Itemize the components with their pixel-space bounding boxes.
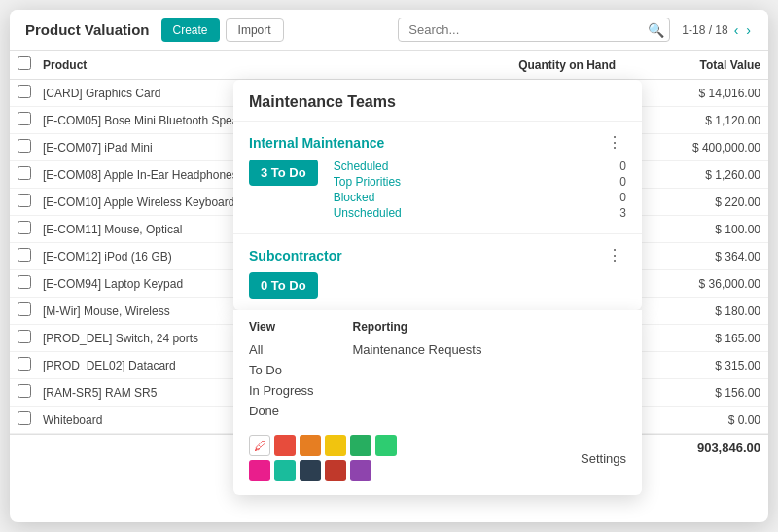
view-item-all[interactable]: All: [249, 339, 313, 360]
internal-todo-badge[interactable]: 3 To Do: [249, 160, 318, 186]
col-total: Total Value: [623, 51, 768, 80]
pagination: 1-18 / 18 ‹ ›: [682, 22, 753, 38]
internal-team-stats: Scheduled 0 Top Priorities 0 Blocked 0: [334, 160, 626, 222]
row-total: $ 100.00: [623, 216, 768, 243]
table-area: Product Quantity on Hand Total Value [CA…: [10, 51, 768, 522]
color-swatch[interactable]: [300, 460, 321, 481]
row-total: $ 220.00: [623, 189, 768, 216]
pagination-text: 1-18 / 18: [682, 23, 727, 37]
color-swatch[interactable]: [274, 435, 296, 456]
create-button[interactable]: Create: [161, 18, 220, 42]
search-wrap: 🔍: [398, 18, 670, 42]
dropdown-reporting-col: Reporting Maintenance Requests: [352, 320, 481, 421]
subcontractor-team-menu-button[interactable]: ⋮: [603, 246, 626, 265]
select-all-checkbox[interactable]: [18, 56, 31, 70]
dropdown-view-col: View All To Do In Progress Done: [249, 320, 313, 421]
col-product: Product: [35, 51, 429, 80]
import-button[interactable]: Import: [226, 18, 284, 42]
row-total: $ 315.00: [623, 352, 768, 379]
dropdown-columns: View All To Do In Progress Done Reportin…: [249, 320, 626, 421]
subcontractor-team-name[interactable]: Subcontractor: [249, 248, 342, 264]
row-checkbox[interactable]: [18, 384, 31, 398]
footer-total-value: 903,846.00: [663, 441, 760, 455]
row-total: $ 0.00: [623, 407, 768, 434]
search-icon-button[interactable]: 🔍: [648, 22, 664, 38]
stat-scheduled-label[interactable]: Scheduled: [334, 160, 389, 173]
col-quantity: Quantity on Hand: [429, 51, 624, 80]
stat-unscheduled-label[interactable]: Unscheduled: [334, 206, 402, 220]
row-total: $ 156.00: [623, 379, 768, 407]
stat-blocked: Blocked 0: [334, 191, 626, 204]
color-row-2: [249, 460, 397, 481]
row-checkbox[interactable]: [18, 411, 31, 425]
color-swatch[interactable]: [325, 435, 346, 456]
row-checkbox[interactable]: [18, 85, 31, 98]
row-checkbox[interactable]: [18, 275, 31, 289]
dropdown-bottom-row: 🖊 Settings: [249, 435, 626, 481]
internal-team-name[interactable]: Internal Maintenance: [249, 135, 384, 151]
subcontractor-card: Subcontractor ⋮ 0 To Do View All To Do: [233, 234, 642, 310]
stat-toppriorities-label[interactable]: Top Priorities: [334, 175, 401, 189]
color-swatch[interactable]: [325, 460, 346, 481]
settings-label[interactable]: Settings: [581, 451, 626, 466]
row-total: $ 1,260.00: [623, 161, 768, 189]
search-input[interactable]: [398, 18, 670, 42]
row-checkbox[interactable]: [18, 112, 31, 125]
row-checkbox[interactable]: [18, 357, 31, 371]
internal-team-body: 3 To Do Scheduled 0 Top Priorities 0: [249, 160, 626, 222]
maintenance-panel-title: Maintenance Teams: [233, 80, 642, 122]
stat-top-priorities: Top Priorities 0: [334, 175, 626, 189]
row-checkbox[interactable]: [18, 302, 31, 316]
overlay-container: Maintenance Teams Internal Maintenance ⋮…: [233, 80, 642, 310]
row-checkbox[interactable]: [18, 166, 31, 180]
reporting-item-requests[interactable]: Maintenance Requests: [352, 339, 481, 360]
prev-page-button[interactable]: ‹: [732, 22, 741, 38]
next-page-button[interactable]: ›: [744, 22, 753, 38]
stat-unscheduled: Unscheduled 3: [334, 206, 626, 220]
color-swatch[interactable]: [300, 435, 321, 456]
row-checkbox[interactable]: [18, 194, 31, 207]
team-card-header-sub: Subcontractor ⋮: [249, 246, 626, 265]
stat-blocked-value: 0: [619, 191, 626, 204]
dropdown-reporting-title: Reporting: [352, 320, 481, 334]
stat-unscheduled-value: 3: [619, 206, 626, 220]
color-palette: 🖊: [249, 435, 397, 481]
row-checkbox[interactable]: [18, 248, 31, 262]
app-header: Product Valuation Create Import 🔍 1-18 /…: [10, 10, 768, 51]
view-item-inprogress[interactable]: In Progress: [249, 380, 313, 401]
stat-blocked-label[interactable]: Blocked: [334, 191, 375, 204]
row-total: $ 1,120.00: [623, 107, 768, 134]
subcontractor-todo-badge[interactable]: 0 To Do: [249, 272, 318, 299]
color-swatch[interactable]: [375, 435, 397, 456]
app-window: Product Valuation Create Import 🔍 1-18 /…: [10, 10, 768, 522]
header-actions: Create Import: [161, 18, 284, 42]
row-total: $ 36,000.00: [623, 270, 768, 298]
team-card-header-internal: Internal Maintenance ⋮: [249, 133, 626, 152]
row-total: $ 400,000.00: [623, 134, 768, 161]
stat-toppriorities-value: 0: [619, 175, 626, 189]
row-total: $ 364.00: [623, 243, 768, 270]
stat-scheduled-value: 0: [619, 160, 626, 173]
color-swatch[interactable]: [274, 460, 296, 481]
search-bar: 🔍: [296, 18, 671, 42]
internal-maintenance-card: Internal Maintenance ⋮ 3 To Do Scheduled…: [233, 122, 642, 234]
stat-scheduled: Scheduled 0: [334, 160, 626, 173]
page-title: Product Valuation: [25, 21, 150, 38]
row-checkbox[interactable]: [18, 221, 31, 234]
view-item-todo[interactable]: To Do: [249, 360, 313, 380]
row-total: $ 180.00: [623, 298, 768, 325]
row-checkbox[interactable]: [18, 330, 31, 343]
internal-team-menu-button[interactable]: ⋮: [603, 133, 626, 152]
color-swatch[interactable]: [350, 460, 371, 481]
row-total: $ 165.00: [623, 325, 768, 352]
color-row-1: 🖊: [249, 435, 397, 456]
color-swatch[interactable]: [249, 460, 270, 481]
subcontractor-team-body: 0 To Do: [249, 272, 626, 299]
row-checkbox[interactable]: [18, 139, 31, 153]
view-item-done[interactable]: Done: [249, 401, 313, 421]
dropdown-view-title: View: [249, 320, 313, 334]
brush-icon[interactable]: 🖊: [249, 435, 270, 456]
maintenance-panel: Maintenance Teams Internal Maintenance ⋮…: [233, 80, 642, 310]
color-swatch[interactable]: [350, 435, 371, 456]
dropdown-menu: View All To Do In Progress Done Reportin…: [233, 310, 642, 495]
